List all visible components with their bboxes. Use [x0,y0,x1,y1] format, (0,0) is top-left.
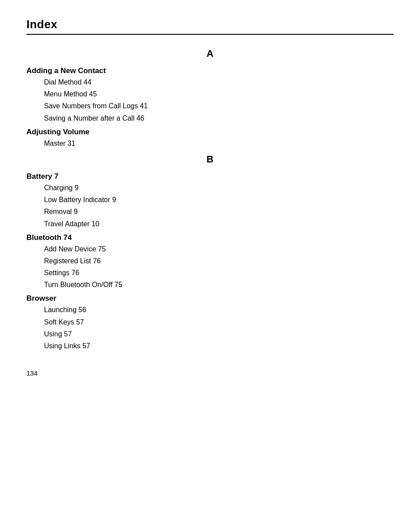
index-entry: BrowserLaunching 56Soft Keys 57Using 57U… [26,294,394,352]
title-divider [26,34,394,35]
entry-sub-item: Low Battery Indicator 9 [44,194,394,206]
entry-sub-item: Launching 56 [44,304,394,316]
entry-sub-item: Using 57 [44,328,394,340]
entry-sub-list: Dial Method 44Menu Method 45Save Numbers… [44,76,394,124]
index-entry: Adding a New ContactDial Method 44Menu M… [26,66,394,124]
entry-sub-list: Add New Device 75Registered List 76Setti… [44,243,394,291]
entry-heading: Bluetooth 74 [26,233,394,242]
entry-sub-item: Dial Method 44 [44,76,394,88]
entry-sub-list: Charging 9Low Battery Indicator 9Removal… [44,182,394,230]
entry-heading: Browser [26,294,394,303]
section-letter-a: A [26,48,394,59]
entry-sub-item: Charging 9 [44,182,394,194]
entry-sub-item: Using Links 57 [44,340,394,352]
entry-sub-item: Removal 9 [44,206,394,217]
entry-sub-item: Saving a Number after a Call 46 [44,112,394,124]
entry-sub-item: Registered List 76 [44,255,394,267]
index-entry: Adjusting VolumeMaster 31 [26,128,394,149]
entry-sub-list: Launching 56Soft Keys 57Using 57Using Li… [44,304,394,352]
entry-heading: Adding a New Contact [26,66,394,75]
entry-heading: Battery 7 [26,172,394,181]
section-letter-b: B [26,154,394,165]
entry-sub-item: Turn Bluetooth On/Off 75 [44,279,394,291]
entry-sub-item: Settings 76 [44,267,394,279]
page-title: Index [26,18,394,31]
page-number-bottom: 134 [26,369,394,377]
entry-sub-list: Master 31 [44,137,394,149]
index-entry: Battery 7Charging 9Low Battery Indicator… [26,172,394,230]
entry-sub-item: Travel Adapter 10 [44,218,394,230]
entry-sub-item: Add New Device 75 [44,243,394,255]
entry-sub-item: Soft Keys 57 [44,316,394,328]
index-entry: Bluetooth 74Add New Device 75Registered … [26,233,394,291]
index-content: AAdding a New ContactDial Method 44Menu … [26,48,394,352]
entry-heading: Adjusting Volume [26,128,394,136]
entry-sub-item: Save Numbers from Call Logs 41 [44,100,394,112]
entry-sub-item: Menu Method 45 [44,88,394,100]
entry-sub-item: Master 31 [44,137,394,149]
